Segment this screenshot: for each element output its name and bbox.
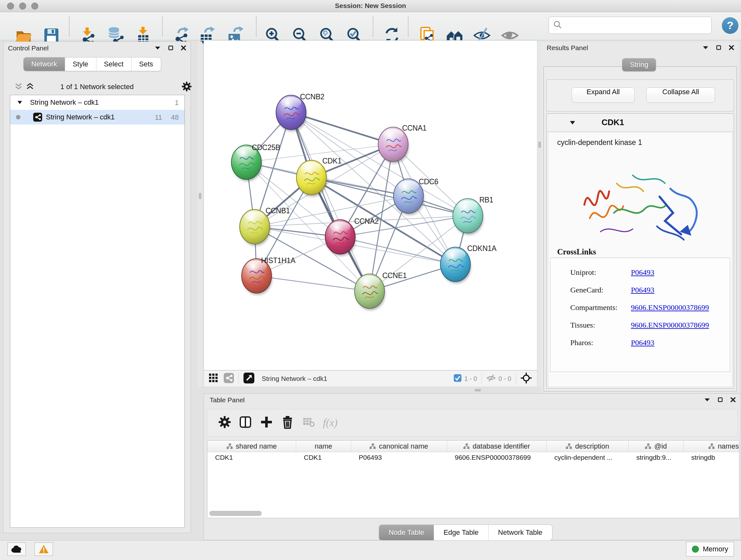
collapse-all-button[interactable]: Collapse All [646, 87, 715, 103]
crosslink-label: Tissues: [570, 321, 595, 329]
right-splitter[interactable] [537, 42, 542, 387]
panel-close-icon[interactable] [729, 45, 734, 50]
network-edge[interactable] [291, 112, 369, 291]
column-header-canonical-name[interactable]: canonical name [351, 441, 447, 452]
panel-menu-icon[interactable] [155, 46, 160, 50]
network-node-CCNB1[interactable] [240, 209, 270, 246]
warning-icon [39, 545, 49, 554]
crosslink-value-link[interactable]: 9606.ENSP00000378699 [631, 321, 709, 329]
delete-column-trash-icon[interactable] [281, 415, 294, 430]
selected-checkbox-icon[interactable] [454, 374, 462, 383]
network-node-count: 11 [155, 113, 162, 122]
results-panel: Results Panel String Expand All Collapse… [542, 42, 739, 393]
expand-all-button[interactable]: Expand All [571, 87, 635, 103]
panel-float-icon[interactable] [168, 45, 173, 51]
horizontal-splitter-handle[interactable] [475, 389, 481, 391]
collection-count: 1 [175, 99, 179, 107]
column-header-label: canonical name [379, 442, 428, 450]
tab-edge-table[interactable]: Edge Table [434, 525, 488, 540]
tree-expand-icon[interactable] [17, 101, 22, 105]
tab-network-table[interactable]: Network Table [488, 525, 552, 540]
panel-menu-icon[interactable] [704, 398, 710, 401]
search-input[interactable] [565, 19, 711, 32]
panel-menu-icon[interactable] [703, 46, 709, 50]
column-header-name[interactable]: name [296, 441, 351, 452]
add-column-plus-icon[interactable] [260, 415, 273, 430]
show-columns-icon[interactable] [239, 415, 252, 430]
tab-style[interactable]: Style [65, 57, 96, 71]
grid-view-icon[interactable] [209, 374, 218, 384]
network-graph[interactable]: CCNB2CCNA1CDC25BCDK1CDC6RB1CCNB1CCNA2CDK… [204, 40, 537, 370]
network-node-label: CCNE1 [382, 271, 407, 280]
network-edge[interactable] [312, 178, 468, 216]
control-panel-title: Control Panel [8, 44, 49, 52]
center-view-crosshair-icon[interactable] [521, 372, 532, 385]
search-icon [553, 20, 562, 30]
table-cell[interactable]: 9606.ENSP00000378699 [447, 452, 547, 463]
network-node-CCNE1[interactable] [354, 274, 385, 310]
entry-collapse-icon[interactable] [569, 121, 576, 125]
cloud-button[interactable] [7, 543, 26, 556]
main-toolbar: ? [0, 12, 741, 40]
help-button[interactable]: ? [722, 17, 738, 34]
horizontal-scrollbar-thumb[interactable] [209, 511, 262, 516]
crosslink-value-link[interactable]: P06493 [631, 286, 654, 294]
table-cell[interactable]: CDK1 [207, 452, 296, 463]
column-header--id[interactable]: @id [629, 441, 684, 452]
table-row[interactable]: CDK1CDK1P064939606.ENSP00000378699cyclin… [207, 452, 739, 463]
network-collection-row[interactable]: String Network – cdk1 1 [10, 95, 185, 110]
column-header-namespace[interactable]: namespace [684, 441, 739, 452]
table-settings-gear-icon[interactable] [218, 416, 231, 430]
crosslink-value-link[interactable]: P06493 [631, 268, 654, 277]
table-cell[interactable]: stringdb:9... [629, 452, 684, 463]
network-edge[interactable] [257, 276, 369, 291]
panel-float-icon[interactable] [718, 397, 723, 402]
tab-network[interactable]: Network [23, 57, 65, 71]
results-panel-title: Results Panel [547, 44, 588, 52]
table-cell[interactable]: CDK1 [296, 452, 351, 463]
delete-table-icon-disabled [302, 415, 315, 430]
network-node-RB1[interactable] [453, 199, 483, 235]
tab-node-table[interactable]: Node Table [379, 525, 434, 540]
panel-close-icon[interactable] [731, 397, 736, 402]
toolbar-search [549, 17, 712, 34]
network-options-gear-icon[interactable] [182, 81, 192, 91]
network-node-label: CDC6 [419, 178, 438, 186]
warnings-button[interactable] [35, 543, 53, 556]
crosslink-label: GeneCard: [570, 286, 603, 294]
column-header-label: @id [654, 442, 667, 450]
tab-select[interactable]: Select [96, 57, 131, 71]
network-row-selected[interactable]: String Network – cdk1 11 48 [10, 110, 185, 125]
crosslinks-list: Uniprot:P06493GeneCard:P06493Compartment… [550, 258, 730, 372]
table-cell[interactable]: cyclin-dependent ... [547, 452, 629, 463]
network-node-CDK1[interactable] [296, 160, 327, 197]
table-cell[interactable]: P06493 [351, 452, 447, 463]
tab-string[interactable]: String [622, 58, 656, 71]
cloud-icon [11, 545, 22, 553]
table-cell[interactable]: stringdb [684, 452, 739, 463]
network-edge-count: 48 [171, 113, 179, 122]
crosslink-value-link[interactable]: 9606.ENSP00000378699 [631, 303, 709, 312]
column-type-icon [463, 443, 470, 449]
hidden-count: 0 - 0 [498, 375, 511, 382]
crosslink-value-link[interactable]: P06493 [631, 338, 654, 347]
crosslink-row: Tissues:9606.ENSP00000378699 [550, 316, 730, 334]
panel-float-icon[interactable] [716, 45, 721, 50]
panel-close-icon[interactable] [181, 45, 186, 51]
network-node-CCNA1[interactable] [378, 127, 409, 164]
network-edge[interactable] [340, 237, 455, 264]
memory-button[interactable]: Memory [686, 542, 734, 557]
column-header-description[interactable]: description [547, 441, 629, 452]
network-node-CCNA2[interactable] [325, 220, 356, 256]
cytoscape-window: Session: New Session [0, 0, 741, 560]
column-header-database-identifier[interactable]: database identifier [447, 441, 547, 452]
hidden-eye-icon[interactable] [486, 373, 496, 384]
tab-sets[interactable]: Sets [131, 57, 161, 71]
network-share-icon[interactable] [224, 373, 234, 384]
network-node-label: CDKN1A [467, 244, 496, 253]
column-header-shared-name[interactable]: shared name [207, 441, 296, 452]
left-splitter[interactable] [198, 42, 202, 387]
network-node-CDKN1A[interactable] [441, 247, 471, 284]
birds-eye-view-icon[interactable] [243, 372, 255, 385]
column-header-label: namespace [718, 442, 739, 450]
